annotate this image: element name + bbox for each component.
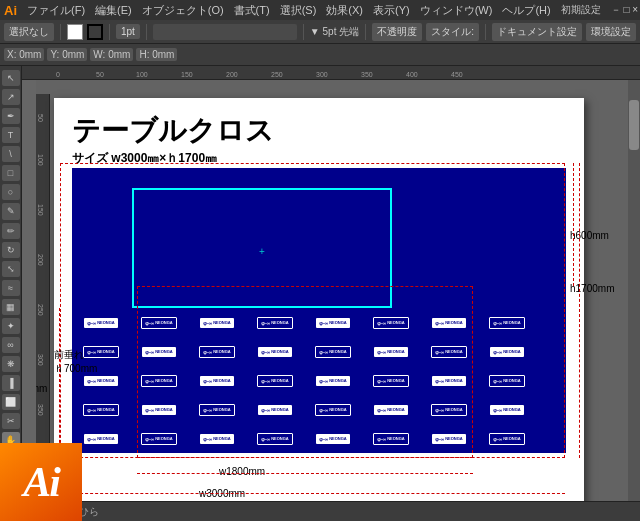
stroke-preview xyxy=(153,24,297,40)
text-tool-icon[interactable]: T xyxy=(2,127,20,143)
tool-panel: ↖ ↗ ✒ T \ □ ○ ✎ ✏ ↻ ⤡ ≈ ▦ ✦ ∞ ❋ ▐ ⬜ ✂ ✋ … xyxy=(0,66,22,501)
logo-d-3: φ-∞NEONGA xyxy=(315,346,350,358)
menu-format[interactable]: 書式(T) xyxy=(234,3,270,18)
logo-r5-d3: φ-∞NEONGA xyxy=(373,433,408,445)
logo-cell: φ-∞NEONGA xyxy=(130,396,188,424)
gradient-tool-icon[interactable]: ▦ xyxy=(2,299,20,315)
sep5 xyxy=(365,24,366,40)
logo-r4-d3: φ-∞NEONGA xyxy=(315,404,350,416)
transform-x[interactable]: X: 0mm xyxy=(4,48,44,61)
logo-r4-w4: φ-∞NEONGA xyxy=(490,405,523,415)
logo-cell: φ-∞NEONGA xyxy=(362,396,420,424)
eyedropper-icon[interactable]: ✦ xyxy=(2,318,20,334)
ai-logo-area: Ai xyxy=(0,443,82,521)
logo-cell: φ-∞NEONGA xyxy=(130,367,188,395)
ruler-tick-350: 350 xyxy=(361,71,373,78)
ruler-top: 0 50 100 150 200 250 300 350 400 450 xyxy=(22,66,640,80)
menu-help[interactable]: ヘルプ(H) xyxy=(502,3,550,18)
transform-y[interactable]: Y: 0mm xyxy=(47,48,87,61)
logo-r5-w2: φ-∞NEONGA xyxy=(200,434,233,444)
blend-tool-icon[interactable]: ∞ xyxy=(2,337,20,353)
logo-r4-w3: φ-∞NEONGA xyxy=(374,405,407,415)
opacity-label[interactable]: 不透明度 xyxy=(372,23,422,41)
logo-cell: φ-∞NEONGA xyxy=(304,367,362,395)
ruler-tick-300: 300 xyxy=(316,71,328,78)
pen-tool-icon[interactable]: ✒ xyxy=(2,108,20,124)
w3000-dim-line xyxy=(60,493,565,494)
stroke-width[interactable]: 1pt xyxy=(116,24,140,39)
size-label: サイズ w3000㎜×ｈ1700㎜ xyxy=(72,150,217,167)
logo-cell: φ-∞NEONGA xyxy=(130,338,188,366)
logo-w-2: φ-∞NEONGA xyxy=(258,347,291,357)
sep1 xyxy=(60,24,61,40)
logo-cell: φ-∞NEONGA xyxy=(478,396,536,424)
logo-r4-d2: φ-∞NEONGA xyxy=(199,404,234,416)
logo-d-2: φ-∞NEONGA xyxy=(199,346,234,358)
scrollbar-thumb[interactable] xyxy=(629,100,639,150)
logo-cell: φ-∞NEONGA xyxy=(246,338,304,366)
pattern-row-5: φ-∞NEONGA φ-∞NEONGA φ-∞NEONGA φ-∞NEONGA … xyxy=(72,424,566,453)
scrollbar-vertical[interactable] xyxy=(628,80,640,501)
symbol-tool-icon[interactable]: ❋ xyxy=(2,356,20,372)
canvas-area[interactable]: 0 50 100 150 200 250 300 350 400 450 50 … xyxy=(22,66,640,501)
canvas-content[interactable]: 50 100 150 200 250 300 350 テーブルクロス サイズ w… xyxy=(36,80,628,501)
artboard-tool-icon[interactable]: ⬜ xyxy=(2,394,20,410)
stroke-swatch[interactable] xyxy=(87,24,103,40)
transform-h[interactable]: H: 0mm xyxy=(136,48,177,61)
logo-w-1: φ-∞NEONGA xyxy=(142,347,175,357)
logo-r3-w4: φ-∞NEONGA xyxy=(432,376,465,386)
logo-cell: φ-∞NEONGA xyxy=(478,309,536,337)
direct-select-icon[interactable]: ↗ xyxy=(2,89,20,105)
menu-select[interactable]: 選択(S) xyxy=(280,3,317,18)
select-tool-icon[interactable]: ↖ xyxy=(2,70,20,86)
sep3 xyxy=(146,24,147,40)
menu-edit[interactable]: 編集(E) xyxy=(95,3,132,18)
settings-btn[interactable]: 初期設定 xyxy=(561,3,601,17)
logo-cell: φ-∞NEONGA xyxy=(478,338,536,366)
doc-settings[interactable]: ドキュメント設定 xyxy=(492,23,582,41)
document-title: テーブルクロス xyxy=(72,112,274,150)
ruler-tick-100: 100 xyxy=(136,71,148,78)
rect-tool-icon[interactable]: □ xyxy=(2,165,20,181)
artboard: テーブルクロス サイズ w3000㎜×ｈ1700㎜ + φ-∞NEONGA φ-… xyxy=(54,98,584,501)
pt-label: ▼ 5pt 先端 xyxy=(310,25,359,39)
ruler-tick-250: 250 xyxy=(271,71,283,78)
logo-r3-d4: φ-∞NEONGA xyxy=(489,375,524,387)
menu-view[interactable]: 表示(Y) xyxy=(373,3,410,18)
status-bar: 66.67% | 手のひら xyxy=(0,501,640,521)
select-none[interactable]: 選択なし xyxy=(4,23,54,41)
h1700-dim-line xyxy=(579,163,580,458)
menu-window[interactable]: ウィンドウ(W) xyxy=(420,3,493,18)
menu-effect[interactable]: 効果(X) xyxy=(326,3,363,18)
menu-object[interactable]: オブジェクト(O) xyxy=(142,3,224,18)
h600-dim-line xyxy=(573,163,574,286)
env-settings[interactable]: 環境設定 xyxy=(586,23,636,41)
logo-cell: φ-∞NEONGA xyxy=(246,425,304,453)
warp-tool-icon[interactable]: ≈ xyxy=(2,280,20,296)
scale-tool-icon[interactable]: ⤡ xyxy=(2,261,20,277)
menu-file[interactable]: ファイル(F) xyxy=(27,3,85,18)
window-controls[interactable]: － □ × xyxy=(611,3,638,17)
logo-cell: φ-∞NEONGA xyxy=(188,367,246,395)
column-graph-icon[interactable]: ▐ xyxy=(2,375,20,391)
style-label[interactable]: スタイル: xyxy=(426,23,479,41)
line-tool-icon[interactable]: \ xyxy=(2,146,20,162)
logo-dark-2: φ-∞NEONGA xyxy=(257,317,292,329)
pencil-tool-icon[interactable]: ✏ xyxy=(2,223,20,239)
logo-cell: φ-∞NEONGA xyxy=(362,309,420,337)
scissors-icon[interactable]: ✂ xyxy=(2,413,20,429)
logo-cell: φ-∞NEONGA xyxy=(420,425,478,453)
ruler-v-tick4: 200 xyxy=(37,254,44,266)
ruler-tick-400: 400 xyxy=(406,71,418,78)
logo-cell: φ-∞NEONGA xyxy=(130,309,188,337)
brush-tool-icon[interactable]: ✎ xyxy=(2,203,20,219)
sep6 xyxy=(485,24,486,40)
rotate-tool-icon[interactable]: ↻ xyxy=(2,242,20,258)
menu-bar: Ai ファイル(F) 編集(E) オブジェクト(O) 書式(T) 選択(S) 効… xyxy=(0,0,640,20)
ellipse-tool-icon[interactable]: ○ xyxy=(2,184,20,200)
logo-d-4: φ-∞NEONGA xyxy=(431,346,466,358)
transform-w[interactable]: W: 0mm xyxy=(90,48,133,61)
ruler-corner xyxy=(22,66,36,79)
fill-swatch[interactable] xyxy=(67,24,83,40)
ruler-v-tick7: 350 xyxy=(37,404,44,416)
